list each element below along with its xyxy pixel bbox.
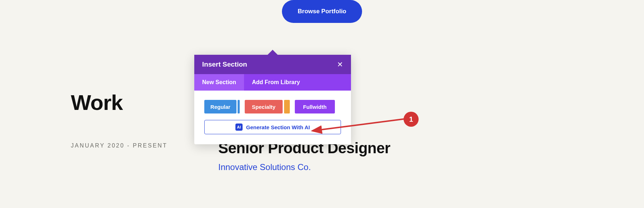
insert-section-panel: Insert Section ✕ New Section Add From Li… — [194, 55, 351, 144]
panel-body: Regular Specialty Fullwidth AI Generate … — [194, 91, 351, 144]
section-type-regular-button[interactable]: Regular — [204, 100, 236, 113]
specialty-accent-bar — [284, 100, 290, 113]
section-type-specialty-wrap: Specialty — [245, 100, 290, 113]
section-type-specialty-button[interactable]: Specialty — [245, 100, 283, 113]
browse-portfolio-button[interactable]: Browse Portfolio — [282, 0, 362, 23]
panel-header: Insert Section ✕ — [194, 55, 351, 74]
panel-tabs: New Section Add From Library — [194, 74, 351, 91]
ai-icon: AI — [235, 124, 243, 131]
section-type-regular-wrap: Regular — [204, 100, 240, 113]
annotation-badge-1: 1 — [404, 112, 419, 127]
generate-with-ai-label: Generate Section With AI — [246, 124, 310, 130]
generate-with-ai-button[interactable]: AI Generate Section With AI — [204, 120, 341, 134]
tab-new-section[interactable]: New Section — [194, 74, 244, 91]
company-name: Innovative Solutions Co. — [218, 162, 311, 172]
close-button[interactable]: ✕ — [337, 61, 343, 68]
work-heading: Work — [71, 90, 123, 115]
section-type-fullwidth-button[interactable]: Fullwidth — [295, 100, 335, 113]
work-date-range: JANUARY 2020 - PRESENT — [71, 142, 167, 149]
section-type-row: Regular Specialty Fullwidth — [204, 100, 341, 113]
tab-add-from-library[interactable]: Add From Library — [244, 74, 308, 91]
close-icon: ✕ — [337, 61, 343, 68]
panel-title: Insert Section — [202, 61, 247, 68]
regular-accent-bar — [238, 100, 240, 113]
